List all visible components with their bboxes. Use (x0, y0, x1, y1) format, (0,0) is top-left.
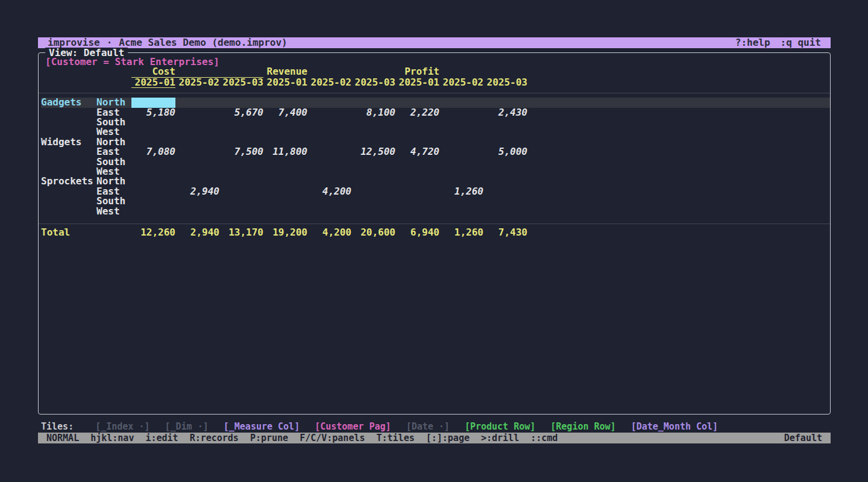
pivot-cell[interactable] (395, 187, 439, 196)
pivot-cell[interactable] (263, 177, 307, 186)
pivot-cell[interactable] (175, 207, 219, 216)
pivot-cell[interactable]: 7,080 (131, 147, 175, 157)
pivot-cell[interactable] (175, 196, 219, 206)
pivot-cell[interactable]: 11,800 (263, 147, 307, 157)
pivot-cell[interactable]: 2,220 (395, 108, 439, 117)
pivot-cell[interactable]: 4,720 (395, 147, 439, 157)
pivot-cell[interactable] (131, 127, 175, 137)
pivot-cell[interactable] (395, 127, 439, 137)
pivot-row[interactable]: South (41, 157, 830, 167)
pivot-cell[interactable] (219, 117, 263, 127)
pivot-cell[interactable] (439, 147, 483, 157)
pivot-cell[interactable] (351, 127, 395, 137)
tile-index[interactable]: [_Index ·] (95, 422, 149, 431)
pivot-cell[interactable] (263, 196, 307, 206)
pivot-cell[interactable] (307, 117, 351, 127)
pivot-cell[interactable] (175, 98, 219, 107)
pivot-cell[interactable] (175, 108, 219, 117)
pivot-cell[interactable] (263, 207, 307, 216)
pivot-cell[interactable] (131, 196, 175, 206)
pivot-cell[interactable]: 12,500 (351, 147, 395, 157)
pivot-cell[interactable] (263, 167, 307, 177)
tile-customer[interactable]: [Customer Pag] (315, 422, 391, 431)
pivot-cell[interactable] (175, 137, 219, 147)
pivot-cell[interactable] (439, 98, 483, 107)
pivot-cell[interactable] (351, 207, 395, 216)
pivot-cell[interactable]: 5,180 (131, 108, 175, 117)
pivot-cell[interactable] (307, 98, 351, 107)
pivot-cell[interactable] (439, 157, 483, 167)
pivot-cell[interactable] (307, 147, 351, 157)
pivot-cell[interactable] (439, 108, 483, 117)
tile-dim[interactable]: [_Dim ·] (165, 422, 209, 431)
pivot-cell[interactable] (175, 147, 219, 157)
pivot-cell[interactable] (483, 167, 527, 177)
pivot-cell[interactable] (395, 207, 439, 216)
pivot-cell[interactable] (351, 196, 395, 206)
pivot-cell[interactable] (131, 157, 175, 167)
pivot-cell[interactable]: 2,430 (483, 108, 527, 117)
pivot-row[interactable]: South (41, 196, 830, 206)
pivot-cell[interactable] (395, 117, 439, 127)
pivot-cell[interactable] (395, 177, 439, 186)
pivot-cell[interactable] (131, 207, 175, 216)
pivot-cell[interactable] (439, 207, 483, 216)
pivot-cell[interactable] (219, 196, 263, 206)
quit-hint[interactable]: :q quit (781, 37, 821, 48)
pivot-cell[interactable]: 7,400 (263, 108, 307, 117)
pivot-cell[interactable]: 5,670 (219, 108, 263, 117)
pivot-cell[interactable] (131, 117, 175, 127)
pivot-cell[interactable] (131, 187, 175, 196)
pivot-cell[interactable] (439, 167, 483, 177)
pivot-cell[interactable] (307, 157, 351, 167)
pivot-cell[interactable] (483, 177, 527, 186)
pivot-cell[interactable] (175, 157, 219, 167)
pivot-cell[interactable] (263, 157, 307, 167)
pivot-cell[interactable] (307, 108, 351, 117)
pivot-cell[interactable] (395, 157, 439, 167)
pivot-row[interactable]: East5,1805,6707,4008,1002,2202,430 (41, 108, 830, 117)
pivot-cell[interactable] (439, 196, 483, 206)
tile-date-month[interactable]: [Date_Month Col] (631, 422, 719, 431)
pivot-cell[interactable] (219, 157, 263, 167)
pivot-cell[interactable] (351, 157, 395, 167)
pivot-cell[interactable] (483, 207, 527, 216)
pivot-cell[interactable] (307, 167, 351, 177)
pivot-cell[interactable]: 8,100 (351, 108, 395, 117)
pivot-cell[interactable] (351, 177, 395, 186)
pivot-cell[interactable] (483, 157, 527, 167)
pivot-row[interactable]: SprocketsNorth (41, 177, 830, 186)
pivot-cell[interactable]: 2,940 (175, 187, 219, 196)
pivot-row[interactable]: West (41, 167, 830, 177)
pivot-cell[interactable] (175, 117, 219, 127)
pivot-row[interactable]: South (41, 117, 830, 127)
tile-product[interactable]: [Product Row] (465, 422, 535, 431)
pivot-cell[interactable] (483, 187, 527, 196)
pivot-cell[interactable] (263, 117, 307, 127)
tile-region[interactable]: [Region Row] (550, 422, 615, 431)
pivot-row[interactable]: West (41, 207, 830, 216)
pivot-cell[interactable] (219, 177, 263, 186)
pivot-cell[interactable] (219, 127, 263, 137)
pivot-row[interactable]: West (41, 127, 830, 137)
pivot-cell[interactable] (307, 127, 351, 137)
pivot-row[interactable]: East2,9404,2001,260 (41, 187, 830, 196)
pivot-cell[interactable]: 4,200 (307, 187, 351, 196)
pivot-cell[interactable] (351, 117, 395, 127)
pivot-cell[interactable] (483, 196, 527, 206)
pivot-cell[interactable] (219, 207, 263, 216)
help-hint[interactable]: ?:help (735, 37, 770, 48)
pivot-cell[interactable] (219, 167, 263, 177)
pivot-row[interactable]: East7,0807,50011,80012,5004,7205,000 (41, 147, 830, 157)
tile-measure[interactable]: [_Measure Col] (224, 422, 300, 431)
pivot-cell[interactable] (395, 196, 439, 206)
pivot-cell[interactable] (131, 167, 175, 177)
tile-date[interactable]: [Date ·] (406, 422, 450, 431)
pivot-cell[interactable] (175, 127, 219, 137)
pivot-cell[interactable] (351, 187, 395, 196)
pivot-cell[interactable] (439, 127, 483, 137)
pivot-cell[interactable] (263, 127, 307, 137)
pivot-cell[interactable]: 7,500 (219, 147, 263, 157)
pivot-cell[interactable] (175, 167, 219, 177)
pivot-cell[interactable] (307, 196, 351, 206)
